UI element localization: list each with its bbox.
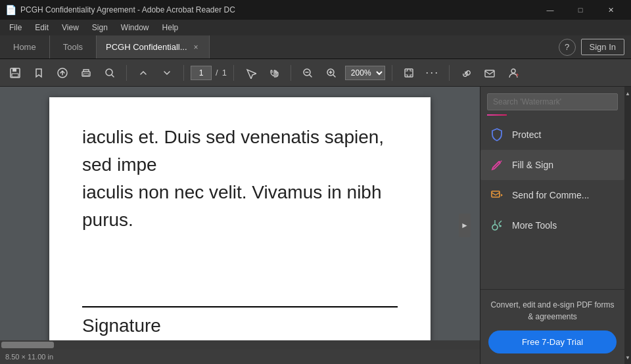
panel-search-box[interactable] bbox=[487, 93, 618, 110]
tab-document-label: PCGH Confidentiall... bbox=[106, 42, 187, 52]
menu-help[interactable]: Help bbox=[156, 20, 185, 35]
right-panel: Protect Fill & Sign bbox=[480, 87, 624, 364]
horizontal-scrollbar[interactable] bbox=[0, 340, 480, 350]
more-tools-button[interactable]: ··· bbox=[423, 63, 442, 83]
panel-scrollbar: ▲ ▼ bbox=[624, 87, 631, 364]
window-title: PCGH Confidentiality Agreement - Adobe A… bbox=[20, 5, 531, 14]
panel-item-more-tools[interactable]: More Tools bbox=[480, 210, 624, 240]
zoom-select[interactable]: 200% 100% 150% 75% bbox=[345, 66, 385, 80]
sign-in-button[interactable]: Sign In bbox=[581, 39, 624, 55]
panel-item-fill-sign[interactable]: Fill & Sign bbox=[480, 150, 624, 180]
search-button[interactable] bbox=[100, 63, 120, 83]
svg-point-13 bbox=[492, 225, 498, 230]
panel-toggle-button[interactable]: ► bbox=[459, 214, 471, 237]
menu-sign[interactable]: Sign bbox=[85, 20, 114, 35]
pdf-page: iaculis et. Duis sed venenatis sapien, s… bbox=[49, 97, 431, 363]
minimize-button[interactable]: — bbox=[535, 0, 565, 20]
signature-line bbox=[82, 306, 398, 307]
menu-view[interactable]: View bbox=[55, 20, 85, 35]
svg-rect-1 bbox=[12, 68, 16, 72]
svg-point-14 bbox=[500, 225, 502, 227]
shield-icon bbox=[490, 127, 504, 142]
horizontal-scroll-thumb[interactable] bbox=[1, 342, 54, 348]
select-tool-button[interactable] bbox=[241, 63, 260, 83]
panel-scroll-up-btn[interactable]: ▲ bbox=[624, 87, 631, 100]
menu-window[interactable]: Window bbox=[114, 20, 156, 35]
person-button[interactable] bbox=[503, 63, 523, 83]
pdf-text-2: iaculis non nec velit. Vivamus in nibh p… bbox=[82, 179, 398, 234]
panel-bottom-text: Convert, edit and e-sign PDF forms & agr… bbox=[488, 299, 617, 323]
panel-bottom: Convert, edit and e-sign PDF forms & agr… bbox=[480, 289, 624, 364]
zoom-out-button[interactable] bbox=[298, 63, 317, 83]
svg-rect-9 bbox=[405, 69, 413, 77]
tab-bar-right: ? Sign In bbox=[559, 39, 631, 56]
menu-bar: File Edit View Sign Window Help bbox=[0, 20, 631, 35]
scroll-down-button[interactable] bbox=[157, 63, 177, 83]
send-icon bbox=[490, 188, 504, 202]
panel-item-send[interactable]: Send for Comme... bbox=[480, 180, 624, 210]
menu-file[interactable]: File bbox=[3, 20, 28, 35]
close-button[interactable]: ✕ bbox=[596, 0, 626, 20]
toolbar: 1 / 1 200% bbox=[0, 59, 631, 87]
trial-button[interactable]: Free 7-Day Trial bbox=[488, 330, 617, 353]
panel-search-input[interactable] bbox=[493, 97, 612, 106]
save-button[interactable] bbox=[5, 63, 25, 83]
print-button[interactable] bbox=[76, 63, 96, 83]
signature-label: Signature bbox=[82, 315, 398, 336]
svg-rect-2 bbox=[12, 74, 18, 77]
tab-bar: Home Tools PCGH Confidentiall... × ? Sig… bbox=[0, 35, 631, 59]
scroll-up-button[interactable] bbox=[133, 63, 153, 83]
pdf-text-1: iaculis et. Duis sed venenatis sapien, s… bbox=[82, 124, 398, 179]
email-button[interactable] bbox=[480, 63, 500, 83]
help-button[interactable]: ? bbox=[559, 39, 576, 56]
hand-tool-button[interactable] bbox=[264, 63, 284, 83]
svg-rect-12 bbox=[492, 191, 500, 197]
protect-label: Protect bbox=[512, 129, 541, 140]
page-number-input[interactable]: 1 bbox=[191, 66, 212, 80]
svg-point-11 bbox=[511, 69, 515, 73]
zoom-in-button[interactable] bbox=[321, 63, 341, 83]
panel-item-protect[interactable]: Protect bbox=[480, 120, 624, 150]
tools-icon bbox=[490, 218, 504, 233]
pdf-viewer: iaculis et. Duis sed venenatis sapien, s… bbox=[0, 87, 480, 364]
app-icon: 📄 bbox=[5, 5, 16, 15]
window-controls: — □ ✕ bbox=[535, 0, 626, 20]
pen-icon bbox=[490, 158, 504, 172]
fill-sign-label: Fill & Sign bbox=[512, 160, 553, 170]
fit-page-button[interactable] bbox=[399, 63, 419, 83]
right-panel-container: Protect Fill & Sign bbox=[480, 87, 631, 364]
page-total: 1 bbox=[222, 68, 227, 78]
panel-items: Protect Fill & Sign bbox=[480, 120, 624, 289]
status-bar: 8.50 × 11.00 in bbox=[0, 350, 480, 364]
panel-scroll-down-btn[interactable]: ▼ bbox=[624, 351, 631, 364]
send-comment-label: Send for Comme... bbox=[512, 190, 590, 200]
tab-document[interactable]: PCGH Confidentiall... × bbox=[97, 35, 210, 58]
main-area: iaculis et. Duis sed venenatis sapien, s… bbox=[0, 87, 631, 364]
page-sep: / bbox=[216, 68, 218, 78]
zoom-area: 200% 100% 150% 75% bbox=[345, 66, 385, 80]
bookmark-button[interactable] bbox=[29, 63, 49, 83]
page-dimensions: 8.50 × 11.00 in bbox=[5, 353, 53, 361]
panel-divider bbox=[487, 114, 507, 116]
link-button[interactable] bbox=[456, 63, 476, 83]
title-bar: 📄 PCGH Confidentiality Agreement - Adobe… bbox=[0, 0, 631, 20]
page-navigation: 1 / 1 bbox=[191, 66, 227, 80]
more-tools-label: More Tools bbox=[512, 220, 557, 231]
svg-rect-5 bbox=[83, 74, 89, 76]
tab-home[interactable]: Home bbox=[0, 35, 50, 58]
menu-edit[interactable]: Edit bbox=[28, 20, 55, 35]
upload-button[interactable] bbox=[53, 63, 72, 83]
tab-tools[interactable]: Tools bbox=[50, 35, 97, 58]
tab-close-button[interactable]: × bbox=[193, 41, 200, 53]
svg-rect-10 bbox=[485, 70, 494, 77]
maximize-button[interactable]: □ bbox=[565, 0, 596, 20]
